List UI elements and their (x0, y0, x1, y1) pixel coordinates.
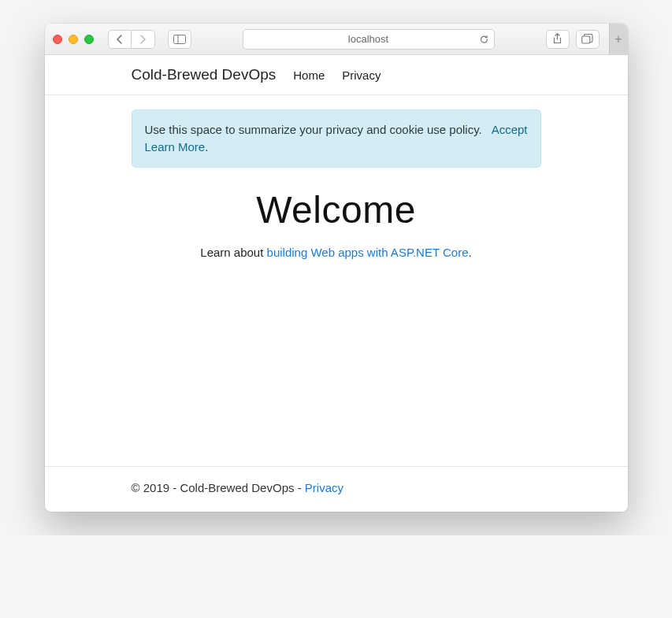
window-controls (53, 35, 94, 44)
cookie-message: Use this space to summarize your privacy… (145, 123, 482, 136)
close-window-button[interactable] (53, 35, 62, 44)
page-title: Welcome (45, 188, 628, 231)
nav-back-forward-group (108, 30, 155, 49)
site-navbar: Cold-Brewed DevOps Home Privacy (45, 55, 628, 95)
lead-suffix: . (469, 246, 472, 259)
reload-icon (479, 34, 489, 44)
footer-privacy-link[interactable]: Privacy (305, 481, 343, 494)
sidebar-icon (173, 35, 186, 44)
site-footer: © 2019 - Cold-Brewed DevOps - Privacy (45, 466, 628, 512)
share-button[interactable] (546, 30, 570, 49)
new-tab-button[interactable]: + (609, 24, 628, 55)
minimize-window-button[interactable] (69, 35, 78, 44)
share-icon (552, 33, 562, 45)
chevron-right-icon (139, 35, 147, 44)
cookie-learn-more-link[interactable]: Learn More (145, 140, 206, 154)
tabs-icon (581, 34, 593, 44)
brand-title[interactable]: Cold-Brewed DevOps (132, 66, 277, 83)
hero-section: Welcome Learn about building Web apps wi… (45, 188, 628, 259)
svg-rect-2 (582, 36, 590, 43)
page-body: Cold-Brewed DevOps Home Privacy Use this… (45, 55, 628, 512)
nav-link-home[interactable]: Home (293, 68, 325, 82)
reload-button[interactable] (479, 34, 489, 44)
lead-paragraph: Learn about building Web apps with ASP.N… (45, 246, 628, 259)
svg-rect-0 (173, 35, 185, 43)
nav-link-privacy[interactable]: Privacy (342, 68, 381, 82)
chevron-left-icon (116, 35, 123, 44)
footer-text: © 2019 - Cold-Brewed DevOps - (132, 481, 305, 494)
zoom-window-button[interactable] (84, 35, 94, 44)
back-button[interactable] (108, 30, 132, 49)
show-tabs-button[interactable] (576, 30, 600, 49)
browser-window: localhost + (45, 24, 628, 512)
show-sidebar-button[interactable] (168, 30, 191, 49)
toolbar-right-group: + (546, 30, 620, 49)
cookie-accept-button[interactable]: Accept (492, 121, 528, 139)
aspnet-docs-link[interactable]: building Web apps with ASP.NET Core (267, 246, 469, 259)
cookie-consent-banner: Use this space to summarize your privacy… (132, 109, 541, 168)
lead-prefix: Learn about (200, 246, 266, 259)
address-bar[interactable]: localhost (243, 29, 495, 50)
cookie-learn-more-suffix: . (205, 140, 208, 154)
browser-titlebar: localhost + (45, 24, 628, 55)
forward-button[interactable] (132, 30, 155, 49)
plus-icon: + (614, 32, 622, 46)
address-text: localhost (348, 33, 388, 45)
